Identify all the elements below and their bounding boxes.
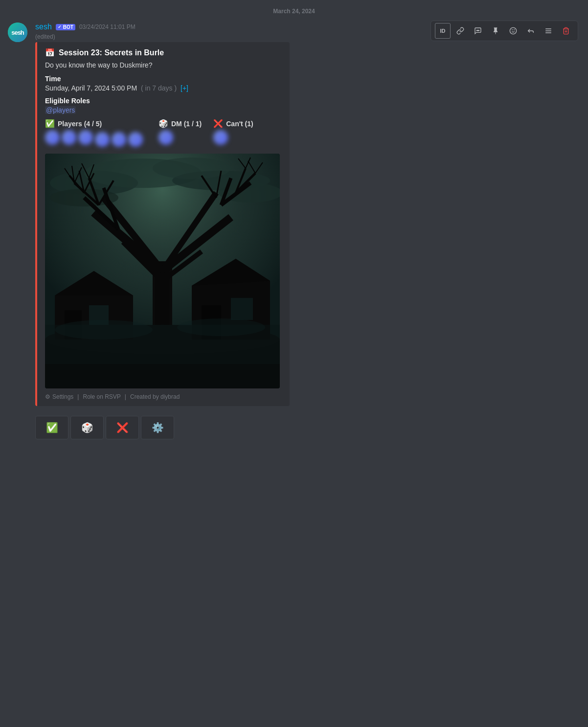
dm-rsvp-section: 🎲 DM (1 / 1) <box>158 119 202 145</box>
delete-icon <box>562 27 570 35</box>
svg-rect-49 <box>231 298 253 320</box>
message-timestamp: 03/24/2024 11:01 PM <box>79 23 136 30</box>
chat-icon <box>474 27 482 35</box>
chat-button[interactable] <box>470 23 486 39</box>
dm-header: 🎲 DM (1 / 1) <box>158 119 202 128</box>
svg-point-52 <box>177 318 265 336</box>
embed-time-field: Time Sunday, April 7, 2024 5:00 PM ( in … <box>45 75 282 92</box>
dm-avatar-1 <box>158 130 173 145</box>
rsvp-row: ✅ Players (4 / 5) <box>45 119 282 150</box>
svg-rect-61 <box>545 32 551 33</box>
players-label: Players (4 / 5) <box>58 120 102 128</box>
bot-checkmark-icon: ✓ <box>58 24 62 29</box>
dm-avatars <box>158 130 202 145</box>
delete-button[interactable] <box>558 23 574 39</box>
pin-icon <box>492 27 499 35</box>
reply-icon <box>527 27 535 35</box>
svg-point-56 <box>510 27 516 34</box>
player-avatar-5 <box>112 132 126 147</box>
footer-role-rsvp-label[interactable]: Role on RSVP <box>83 393 120 400</box>
reply-button[interactable] <box>523 23 539 39</box>
player-avatar-4 <box>95 132 110 147</box>
message-content: sesh ✓ BOT 03/24/2024 11:01 PM (edited) … <box>35 23 580 406</box>
more-button[interactable] <box>541 23 556 39</box>
time-suffix: ( in 7 days ) <box>141 84 177 92</box>
player-avatar-6 <box>128 132 143 147</box>
time-field-name: Time <box>45 75 282 83</box>
avatar: sesh <box>8 23 27 42</box>
svg-point-6 <box>153 158 231 179</box>
cant-avatars <box>213 130 253 145</box>
username-label[interactable]: sesh <box>35 23 52 31</box>
date-divider: March 24, 2024 <box>0 0 588 19</box>
cant-avatar-1 <box>213 130 228 145</box>
svg-point-53 <box>476 30 477 31</box>
roles-field-value: @players <box>45 106 282 114</box>
emoji-icon <box>509 27 517 35</box>
calendar-emoji: 📅 <box>45 48 55 57</box>
reaction-row: ✅ 🎲 ❌ ⚙️ <box>0 416 588 439</box>
embed-footer: ⚙ Settings | Role on RSVP | Created by d… <box>45 393 282 400</box>
time-plus-link[interactable]: [+] <box>181 84 188 92</box>
message-container: sesh sesh ✓ BOT 03/24/2024 11:01 PM (edi… <box>0 19 588 410</box>
players-rsvp-section: ✅ Players (4 / 5) <box>45 119 143 147</box>
player-avatar-1 <box>45 130 60 145</box>
cant-reaction-button[interactable]: ❌ <box>106 416 139 439</box>
svg-point-51 <box>55 320 153 340</box>
tree-svg <box>45 154 280 388</box>
footer-separator-2: | <box>125 393 126 400</box>
rsvp-section: ✅ Players (4 / 5) <box>45 119 282 150</box>
message-embed: 📅 Session 23: Secrets in Burle Do you kn… <box>35 42 290 406</box>
dice-reaction-button[interactable]: 🎲 <box>70 416 104 439</box>
settings-reaction-button[interactable]: ⚙️ <box>141 416 174 439</box>
svg-point-54 <box>477 30 478 31</box>
cant-header: ❌ Can't (1) <box>213 119 253 128</box>
dark-forest-bg <box>45 154 280 388</box>
link-icon <box>456 27 464 35</box>
checkmark-icon: ✅ <box>45 119 55 128</box>
more-icon <box>544 27 552 35</box>
embed-roles-field: Eligible Roles @players <box>45 97 282 114</box>
id-button[interactable]: ID <box>435 23 451 39</box>
svg-point-55 <box>478 30 479 31</box>
players-avatars <box>45 130 143 147</box>
bot-badge: ✓ BOT <box>56 24 75 30</box>
cant-label: Can't (1) <box>226 120 253 128</box>
session-image <box>45 154 280 388</box>
time-field-value: Sunday, April 7, 2024 5:00 PM ( in 7 day… <box>45 84 282 92</box>
checkmark-reaction-button[interactable]: ✅ <box>35 416 68 439</box>
roles-field-name: Eligible Roles <box>45 97 282 105</box>
cant-rsvp-section: ❌ Can't (1) <box>213 119 253 145</box>
role-mention[interactable]: @players <box>45 106 76 114</box>
link-button[interactable] <box>452 23 468 39</box>
message-toolbar: ID <box>430 21 578 41</box>
footer-separator-1: | <box>77 393 79 400</box>
svg-rect-60 <box>545 30 551 31</box>
pin-button[interactable] <box>488 23 503 39</box>
dice-emoji: 🎲 <box>158 119 168 128</box>
embed-title: 📅 Session 23: Secrets in Burle <box>45 48 282 57</box>
players-header: ✅ Players (4 / 5) <box>45 119 143 128</box>
dm-label: DM (1 / 1) <box>171 120 202 128</box>
avatar-inner: sesh <box>8 23 27 42</box>
player-avatar-3 <box>78 130 93 145</box>
x-emoji: ❌ <box>213 119 223 128</box>
settings-gear-icon: ⚙ <box>45 393 50 400</box>
svg-rect-59 <box>545 28 551 29</box>
emoji-button[interactable] <box>505 23 521 39</box>
footer-created-label: Created by diybrad <box>130 393 180 400</box>
embed-description: Do you know the way to Duskmire? <box>45 61 282 69</box>
player-avatar-2 <box>62 130 76 145</box>
footer-settings-label[interactable]: Settings <box>52 393 73 400</box>
